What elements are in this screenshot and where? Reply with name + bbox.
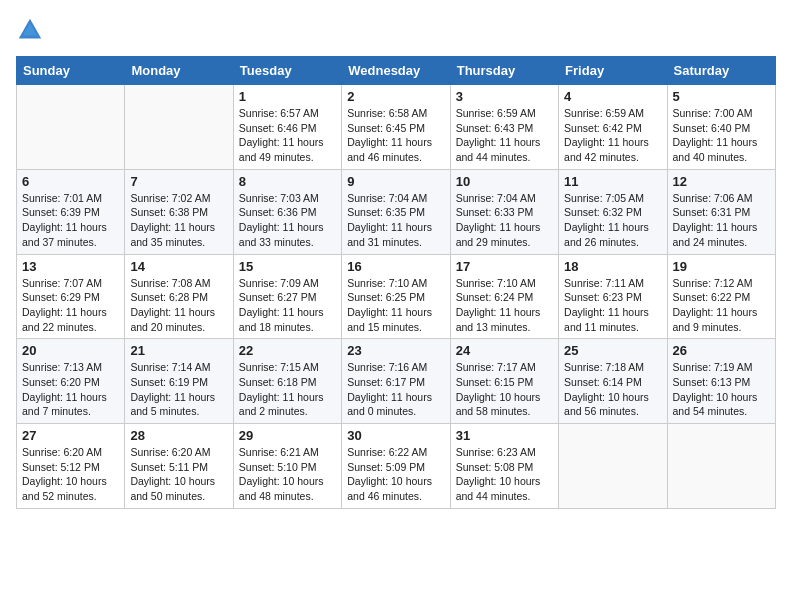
day-info: Sunrise: 6:21 AMSunset: 5:10 PMDaylight:… (239, 445, 336, 504)
day-number: 2 (347, 89, 444, 104)
calendar-cell: 14Sunrise: 7:08 AMSunset: 6:28 PMDayligh… (125, 254, 233, 339)
day-info: Sunrise: 7:12 AMSunset: 6:22 PMDaylight:… (673, 276, 770, 335)
calendar-cell: 3Sunrise: 6:59 AMSunset: 6:43 PMDaylight… (450, 85, 558, 170)
calendar-cell: 10Sunrise: 7:04 AMSunset: 6:33 PMDayligh… (450, 169, 558, 254)
day-info: Sunrise: 7:02 AMSunset: 6:38 PMDaylight:… (130, 191, 227, 250)
day-number: 18 (564, 259, 661, 274)
day-number: 11 (564, 174, 661, 189)
calendar-cell: 5Sunrise: 7:00 AMSunset: 6:40 PMDaylight… (667, 85, 775, 170)
day-number: 19 (673, 259, 770, 274)
day-info: Sunrise: 7:15 AMSunset: 6:18 PMDaylight:… (239, 360, 336, 419)
calendar-cell: 28Sunrise: 6:20 AMSunset: 5:11 PMDayligh… (125, 424, 233, 509)
day-info: Sunrise: 7:06 AMSunset: 6:31 PMDaylight:… (673, 191, 770, 250)
day-info: Sunrise: 7:01 AMSunset: 6:39 PMDaylight:… (22, 191, 119, 250)
calendar-week-row: 6Sunrise: 7:01 AMSunset: 6:39 PMDaylight… (17, 169, 776, 254)
calendar-cell: 25Sunrise: 7:18 AMSunset: 6:14 PMDayligh… (559, 339, 667, 424)
calendar-cell (125, 85, 233, 170)
calendar-cell: 4Sunrise: 6:59 AMSunset: 6:42 PMDaylight… (559, 85, 667, 170)
calendar-cell: 21Sunrise: 7:14 AMSunset: 6:19 PMDayligh… (125, 339, 233, 424)
calendar-cell: 20Sunrise: 7:13 AMSunset: 6:20 PMDayligh… (17, 339, 125, 424)
day-info: Sunrise: 7:05 AMSunset: 6:32 PMDaylight:… (564, 191, 661, 250)
day-number: 30 (347, 428, 444, 443)
calendar-cell: 6Sunrise: 7:01 AMSunset: 6:39 PMDaylight… (17, 169, 125, 254)
calendar-cell: 27Sunrise: 6:20 AMSunset: 5:12 PMDayligh… (17, 424, 125, 509)
day-info: Sunrise: 6:57 AMSunset: 6:46 PMDaylight:… (239, 106, 336, 165)
day-info: Sunrise: 7:03 AMSunset: 6:36 PMDaylight:… (239, 191, 336, 250)
weekday-header: Wednesday (342, 57, 450, 85)
day-info: Sunrise: 6:20 AMSunset: 5:12 PMDaylight:… (22, 445, 119, 504)
day-number: 31 (456, 428, 553, 443)
day-info: Sunrise: 7:09 AMSunset: 6:27 PMDaylight:… (239, 276, 336, 335)
calendar-cell: 19Sunrise: 7:12 AMSunset: 6:22 PMDayligh… (667, 254, 775, 339)
day-number: 23 (347, 343, 444, 358)
day-info: Sunrise: 7:18 AMSunset: 6:14 PMDaylight:… (564, 360, 661, 419)
calendar-cell: 12Sunrise: 7:06 AMSunset: 6:31 PMDayligh… (667, 169, 775, 254)
day-number: 21 (130, 343, 227, 358)
calendar-cell: 8Sunrise: 7:03 AMSunset: 6:36 PMDaylight… (233, 169, 341, 254)
day-info: Sunrise: 6:58 AMSunset: 6:45 PMDaylight:… (347, 106, 444, 165)
day-number: 12 (673, 174, 770, 189)
calendar-cell: 7Sunrise: 7:02 AMSunset: 6:38 PMDaylight… (125, 169, 233, 254)
logo (16, 16, 48, 44)
day-info: Sunrise: 7:13 AMSunset: 6:20 PMDaylight:… (22, 360, 119, 419)
day-info: Sunrise: 6:23 AMSunset: 5:08 PMDaylight:… (456, 445, 553, 504)
day-info: Sunrise: 7:10 AMSunset: 6:25 PMDaylight:… (347, 276, 444, 335)
day-info: Sunrise: 7:19 AMSunset: 6:13 PMDaylight:… (673, 360, 770, 419)
calendar-cell: 9Sunrise: 7:04 AMSunset: 6:35 PMDaylight… (342, 169, 450, 254)
calendar-cell: 24Sunrise: 7:17 AMSunset: 6:15 PMDayligh… (450, 339, 558, 424)
calendar-cell: 11Sunrise: 7:05 AMSunset: 6:32 PMDayligh… (559, 169, 667, 254)
day-info: Sunrise: 7:04 AMSunset: 6:35 PMDaylight:… (347, 191, 444, 250)
calendar-cell (17, 85, 125, 170)
calendar-cell: 22Sunrise: 7:15 AMSunset: 6:18 PMDayligh… (233, 339, 341, 424)
day-info: Sunrise: 7:00 AMSunset: 6:40 PMDaylight:… (673, 106, 770, 165)
day-info: Sunrise: 6:20 AMSunset: 5:11 PMDaylight:… (130, 445, 227, 504)
day-info: Sunrise: 7:10 AMSunset: 6:24 PMDaylight:… (456, 276, 553, 335)
logo-icon (16, 16, 44, 44)
day-number: 10 (456, 174, 553, 189)
day-info: Sunrise: 6:59 AMSunset: 6:43 PMDaylight:… (456, 106, 553, 165)
day-number: 1 (239, 89, 336, 104)
day-number: 27 (22, 428, 119, 443)
day-info: Sunrise: 7:16 AMSunset: 6:17 PMDaylight:… (347, 360, 444, 419)
calendar-header-row: SundayMondayTuesdayWednesdayThursdayFrid… (17, 57, 776, 85)
day-number: 5 (673, 89, 770, 104)
calendar-cell: 23Sunrise: 7:16 AMSunset: 6:17 PMDayligh… (342, 339, 450, 424)
day-number: 15 (239, 259, 336, 274)
day-number: 24 (456, 343, 553, 358)
calendar-cell (559, 424, 667, 509)
calendar-cell: 16Sunrise: 7:10 AMSunset: 6:25 PMDayligh… (342, 254, 450, 339)
day-number: 16 (347, 259, 444, 274)
day-number: 28 (130, 428, 227, 443)
day-number: 6 (22, 174, 119, 189)
calendar-week-row: 13Sunrise: 7:07 AMSunset: 6:29 PMDayligh… (17, 254, 776, 339)
calendar-cell: 15Sunrise: 7:09 AMSunset: 6:27 PMDayligh… (233, 254, 341, 339)
calendar-week-row: 1Sunrise: 6:57 AMSunset: 6:46 PMDaylight… (17, 85, 776, 170)
day-number: 14 (130, 259, 227, 274)
day-number: 20 (22, 343, 119, 358)
day-number: 22 (239, 343, 336, 358)
calendar-cell: 13Sunrise: 7:07 AMSunset: 6:29 PMDayligh… (17, 254, 125, 339)
calendar-week-row: 20Sunrise: 7:13 AMSunset: 6:20 PMDayligh… (17, 339, 776, 424)
day-number: 4 (564, 89, 661, 104)
calendar-cell: 29Sunrise: 6:21 AMSunset: 5:10 PMDayligh… (233, 424, 341, 509)
page-header (16, 16, 776, 44)
day-info: Sunrise: 7:04 AMSunset: 6:33 PMDaylight:… (456, 191, 553, 250)
day-info: Sunrise: 7:17 AMSunset: 6:15 PMDaylight:… (456, 360, 553, 419)
day-info: Sunrise: 6:59 AMSunset: 6:42 PMDaylight:… (564, 106, 661, 165)
day-info: Sunrise: 7:07 AMSunset: 6:29 PMDaylight:… (22, 276, 119, 335)
calendar-cell: 26Sunrise: 7:19 AMSunset: 6:13 PMDayligh… (667, 339, 775, 424)
day-info: Sunrise: 7:11 AMSunset: 6:23 PMDaylight:… (564, 276, 661, 335)
day-number: 17 (456, 259, 553, 274)
weekday-header: Sunday (17, 57, 125, 85)
weekday-header: Thursday (450, 57, 558, 85)
day-number: 26 (673, 343, 770, 358)
day-number: 8 (239, 174, 336, 189)
weekday-header: Monday (125, 57, 233, 85)
day-number: 3 (456, 89, 553, 104)
calendar-cell: 17Sunrise: 7:10 AMSunset: 6:24 PMDayligh… (450, 254, 558, 339)
calendar-table: SundayMondayTuesdayWednesdayThursdayFrid… (16, 56, 776, 509)
day-info: Sunrise: 7:14 AMSunset: 6:19 PMDaylight:… (130, 360, 227, 419)
weekday-header: Friday (559, 57, 667, 85)
calendar-cell: 30Sunrise: 6:22 AMSunset: 5:09 PMDayligh… (342, 424, 450, 509)
calendar-cell: 31Sunrise: 6:23 AMSunset: 5:08 PMDayligh… (450, 424, 558, 509)
